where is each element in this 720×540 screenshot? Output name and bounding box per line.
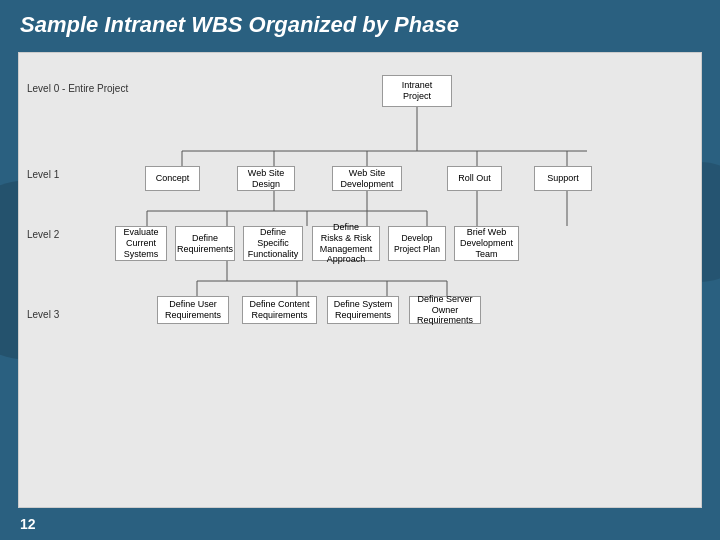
node-l1-rollout: Roll Out bbox=[447, 166, 502, 191]
connector-lines bbox=[27, 61, 693, 499]
node-l1-concept: Concept bbox=[145, 166, 200, 191]
node-l1-support: Support bbox=[534, 166, 592, 191]
node-l2-define-func: DefineSpecificFunctionality bbox=[243, 226, 303, 261]
level-label-3: Level 3 bbox=[27, 309, 59, 320]
node-l2-risks: DefineRisks & RiskManagementApproach bbox=[312, 226, 380, 261]
node-l3-sys-req: Define SystemRequirements bbox=[327, 296, 399, 324]
level-label-0: Level 0 - Entire Project bbox=[27, 83, 128, 94]
node-root: IntranetProject bbox=[382, 75, 452, 107]
node-l2-brief: Brief WebDevelopmentTeam bbox=[454, 226, 519, 261]
level-label-1: Level 1 bbox=[27, 169, 59, 180]
node-l3-content-req: Define ContentRequirements bbox=[242, 296, 317, 324]
slide-number: 12 bbox=[20, 516, 36, 532]
node-l2-devplan: DevelopProject Plan bbox=[388, 226, 446, 261]
node-l1-webdesign: Web SiteDesign bbox=[237, 166, 295, 191]
level-label-2: Level 2 bbox=[27, 229, 59, 240]
node-l1-webdev: Web SiteDevelopment bbox=[332, 166, 402, 191]
node-l3-server-req: Define ServerOwnerRequirements bbox=[409, 296, 481, 324]
node-l2-evaluate: EvaluateCurrentSystems bbox=[115, 226, 167, 261]
node-l2-define-req: DefineRequirements bbox=[175, 226, 235, 261]
content-area: Level 0 - Entire Project Level 1 Level 2… bbox=[18, 52, 702, 508]
node-l3-user-req: Define UserRequirements bbox=[157, 296, 229, 324]
wbs-diagram: Level 0 - Entire Project Level 1 Level 2… bbox=[27, 61, 693, 499]
slide-title: Sample Intranet WBS Organized by Phase bbox=[20, 12, 700, 38]
